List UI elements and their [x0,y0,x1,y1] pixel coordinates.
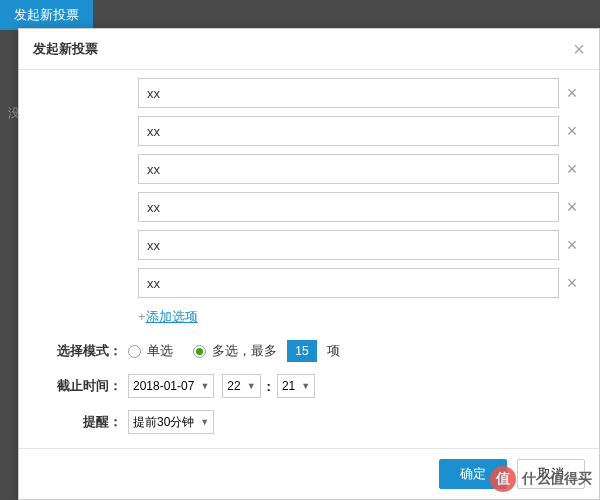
remove-option-icon[interactable]: × [559,121,585,142]
time-colon: : [267,379,271,394]
mode-row: 选择模式： 单选 多选，最多 项 [33,340,585,362]
remind-label: 提醒： [33,413,128,431]
option-input[interactable] [138,230,559,260]
option-input[interactable] [138,78,559,108]
close-icon[interactable]: × [573,39,585,59]
remove-option-icon[interactable]: × [559,235,585,256]
option-row: × [33,154,585,184]
deadline-hour-select[interactable]: 22▼ [222,374,260,398]
radio-single[interactable] [128,345,141,358]
option-input[interactable] [138,192,559,222]
option-input[interactable] [138,116,559,146]
radio-multi-label: 多选，最多 [212,342,277,360]
option-row: × [33,230,585,260]
deadline-label: 截止时间： [33,377,128,395]
option-row: × [33,78,585,108]
option-row: × [33,116,585,146]
chevron-down-icon: ▼ [200,381,209,391]
remind-row: 提醒： 提前30分钟▼ [33,410,585,434]
radio-single-label: 单选 [147,342,173,360]
modal-title: 发起新投票 [33,40,98,58]
add-option-link[interactable]: 添加选项 [146,309,198,324]
remove-option-icon[interactable]: × [559,273,585,294]
deadline-date-select[interactable]: 2018-01-07▼ [128,374,214,398]
multi-max-input[interactable] [287,340,317,362]
chevron-down-icon: ▼ [200,417,209,427]
option-input[interactable] [138,268,559,298]
create-vote-modal: 发起新投票 × ×××××× +添加选项 选择模式： 单选 多选，最多 项 截止… [18,28,600,500]
option-row: × [33,192,585,222]
remove-option-icon[interactable]: × [559,159,585,180]
deadline-minute-select[interactable]: 21▼ [277,374,315,398]
radio-multi[interactable] [193,345,206,358]
option-row: × [33,268,585,298]
add-option-row: +添加选项 [138,308,585,326]
remove-option-icon[interactable]: × [559,197,585,218]
option-input[interactable] [138,154,559,184]
chevron-down-icon: ▼ [247,381,256,391]
mode-radio-group: 单选 多选，最多 项 [128,340,340,362]
multi-unit: 项 [327,342,340,360]
deadline-row: 截止时间： 2018-01-07▼ 22▼ : 21▼ [33,374,585,398]
mode-label: 选择模式： [33,342,128,360]
watermark-text: 什么值得买 [522,470,592,488]
modal-body: ×××××× +添加选项 选择模式： 单选 多选，最多 项 截止时间： 2018… [19,70,599,448]
remove-option-icon[interactable]: × [559,83,585,104]
chevron-down-icon: ▼ [301,381,310,391]
watermark: 值 什么值得买 [490,466,592,492]
plus-icon: + [138,309,146,324]
background-tab: 发起新投票 [0,0,93,30]
remind-select[interactable]: 提前30分钟▼ [128,410,214,434]
modal-header: 发起新投票 × [19,29,599,70]
watermark-badge: 值 [490,466,516,492]
